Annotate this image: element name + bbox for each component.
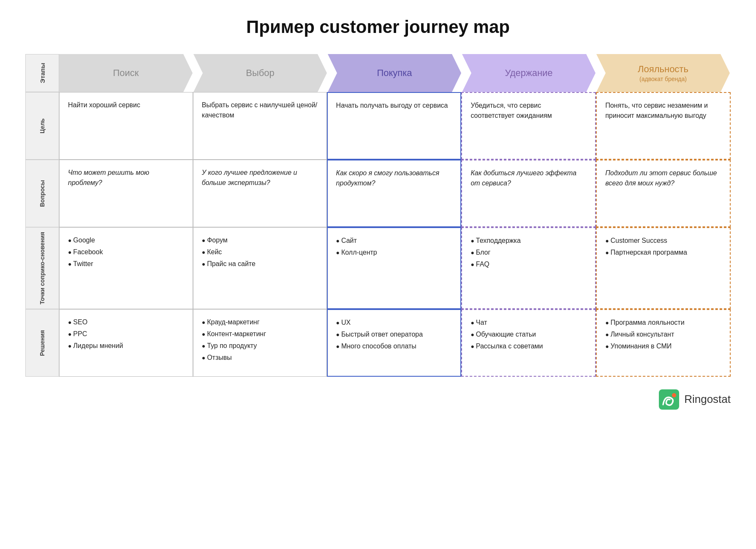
list-item: Отзывы xyxy=(202,353,318,363)
cell-tochki-3: Техподдержка Блог FAQ xyxy=(461,227,596,309)
cell-resheniya-4: Программа лояльности Личный консультант … xyxy=(596,309,731,377)
list-resheniya-3: Чат Обучающие статьи Рассылка с советами xyxy=(470,318,587,351)
list-resheniya-2: UX Быстрый ответ оператора Много способо… xyxy=(336,318,452,351)
cell-tochki-1: Форум Кейс Прайс на сайте xyxy=(193,227,327,309)
list-item: Много способов оплаты xyxy=(336,341,452,351)
stage-pokupka: Покупка xyxy=(328,54,461,92)
list-tochki-0: Google Facebook Twitter xyxy=(68,235,184,269)
list-tochki-3: Техподдержка Блог FAQ xyxy=(470,236,587,269)
stage-uderzhanie-label: Удержание xyxy=(505,68,552,78)
list-item: Twitter xyxy=(68,259,184,269)
cell-tsel-3: Убедиться, что сервис соответствует ожид… xyxy=(461,92,596,160)
list-tochki-1: Форум Кейс Прайс на сайте xyxy=(202,235,318,269)
cell-voprosy-1: У кого лучшее предложение и больше экспе… xyxy=(193,160,327,227)
stage-loyalnost: Лояльность (адвокат бренда) xyxy=(596,54,730,92)
svg-point-1 xyxy=(672,393,676,397)
list-item: Быстрый ответ оператора xyxy=(336,329,452,340)
cells-tochki: Google Facebook Twitter Форум Кейс Прайс… xyxy=(59,227,731,309)
cell-resheniya-3: Чат Обучающие статьи Рассылка с советами xyxy=(461,309,596,377)
row-tsel: Цель Найти хороший сервис Выбрать сервис… xyxy=(25,92,731,160)
list-item: SEO xyxy=(68,317,184,327)
list-item: Личный консультант xyxy=(605,329,721,340)
list-item: Рассылка с советами xyxy=(470,341,587,351)
list-item: UX xyxy=(336,318,452,328)
stage-loyalnost-sub: (адвокат бренда) xyxy=(638,75,688,83)
list-item: Форум xyxy=(202,235,318,245)
footer: Ringostat xyxy=(25,389,731,410)
cells-voprosy: Что может решить мою проблему? У кого лу… xyxy=(59,160,731,227)
label-tsel: Цель xyxy=(25,92,59,160)
ringostat-logo-icon xyxy=(659,389,679,410)
list-item: Прайс на сайте xyxy=(202,259,318,269)
cell-voprosy-4: Подходит ли этот сервис больше всего для… xyxy=(596,160,731,227)
list-item: Программа лояльности xyxy=(605,318,721,328)
journey-map-table: Этапы Поиск Выбор Покупка Удержание xyxy=(25,54,731,377)
page-title: Пример customer journey map xyxy=(246,17,510,37)
cell-tochki-2: Сайт Колл-центр xyxy=(327,227,462,309)
list-item: Техподдержка xyxy=(470,236,587,246)
stage-vybor-label: Выбор xyxy=(246,68,275,78)
list-item: Тур по продукту xyxy=(202,341,318,351)
cell-voprosy-0: Что может решить мою проблему? xyxy=(59,160,193,227)
list-resheniya-1: Крауд-маркетинг Контент-маркетинг Тур по… xyxy=(202,317,318,363)
label-tochki: Точки соприко-сновения xyxy=(25,227,59,309)
list-item: Контент-маркетинг xyxy=(202,329,318,339)
row-resheniya: Решения SEO PPC Лидеры мнений Крауд-марк… xyxy=(25,309,731,377)
cell-resheniya-2: UX Быстрый ответ оператора Много способо… xyxy=(327,309,462,377)
row-tochki: Точки соприко-сновения Google Facebook T… xyxy=(25,227,731,309)
header-label-cell: Этапы xyxy=(25,54,59,92)
cell-resheniya-0: SEO PPC Лидеры мнений xyxy=(59,309,193,377)
list-tochki-4: Customer Success Партнерская программа xyxy=(605,236,721,258)
list-item: Партнерская программа xyxy=(605,247,721,258)
stages-row: Поиск Выбор Покупка Удержание Ло xyxy=(59,54,731,92)
list-item: Google xyxy=(68,235,184,245)
list-item: Крауд-маркетинг xyxy=(202,317,318,327)
cell-resheniya-1: Крауд-маркетинг Контент-маркетинг Тур по… xyxy=(193,309,327,377)
stage-poisk: Поиск xyxy=(59,54,193,92)
list-item: Обучающие статьи xyxy=(470,329,587,340)
list-item: Блог xyxy=(470,247,587,258)
stage-uderzhanie: Удержание xyxy=(462,54,596,92)
ringostat-logo-text: Ringostat xyxy=(684,393,731,406)
cells-resheniya: SEO PPC Лидеры мнений Крауд-маркетинг Ко… xyxy=(59,309,731,377)
cells-tsel: Найти хороший сервис Выбрать сервис с на… xyxy=(59,92,731,160)
list-item: Facebook xyxy=(68,247,184,257)
label-voprosy: Вопросы xyxy=(25,160,59,227)
list-item: Чат xyxy=(470,318,587,328)
list-tochki-2: Сайт Колл-центр xyxy=(336,236,452,258)
list-item: Лидеры мнений xyxy=(68,341,184,351)
label-resheniya: Решения xyxy=(25,309,59,377)
list-item: FAQ xyxy=(470,259,587,269)
list-item: Сайт xyxy=(336,236,452,246)
list-resheniya-4: Программа лояльности Личный консультант … xyxy=(605,318,721,351)
stage-pokupka-label: Покупка xyxy=(377,68,412,78)
stage-loyalnost-label: Лояльность xyxy=(638,64,688,74)
list-item: Customer Success xyxy=(605,236,721,246)
cell-tsel-4: Понять, что сервис незаменим и приносит … xyxy=(596,92,731,160)
list-item: PPC xyxy=(68,329,184,339)
cell-tochki-0: Google Facebook Twitter xyxy=(59,227,193,309)
cell-voprosy-3: Как добиться лучшего эффекта от сервиса? xyxy=(461,160,596,227)
cell-tochki-4: Customer Success Партнерская программа xyxy=(596,227,731,309)
stage-vybor: Выбор xyxy=(193,54,327,92)
cell-tsel-0: Найти хороший сервис xyxy=(59,92,193,160)
list-item: Колл-центр xyxy=(336,247,452,258)
cell-tsel-1: Выбрать сервис с наилучшей ценой/качеств… xyxy=(193,92,327,160)
list-item: Кейс xyxy=(202,247,318,257)
cell-voprosy-2: Как скоро я смогу пользоваться продуктом… xyxy=(327,160,462,227)
stage-poisk-label: Поиск xyxy=(113,68,139,78)
header-row: Этапы Поиск Выбор Покупка Удержание xyxy=(25,54,731,92)
list-resheniya-0: SEO PPC Лидеры мнений xyxy=(68,317,184,351)
list-item: Упоминания в СМИ xyxy=(605,341,721,351)
cell-tsel-2: Начать получать выгоду от сервиса xyxy=(327,92,462,160)
row-voprosy: Вопросы Что может решить мою проблему? У… xyxy=(25,160,731,227)
